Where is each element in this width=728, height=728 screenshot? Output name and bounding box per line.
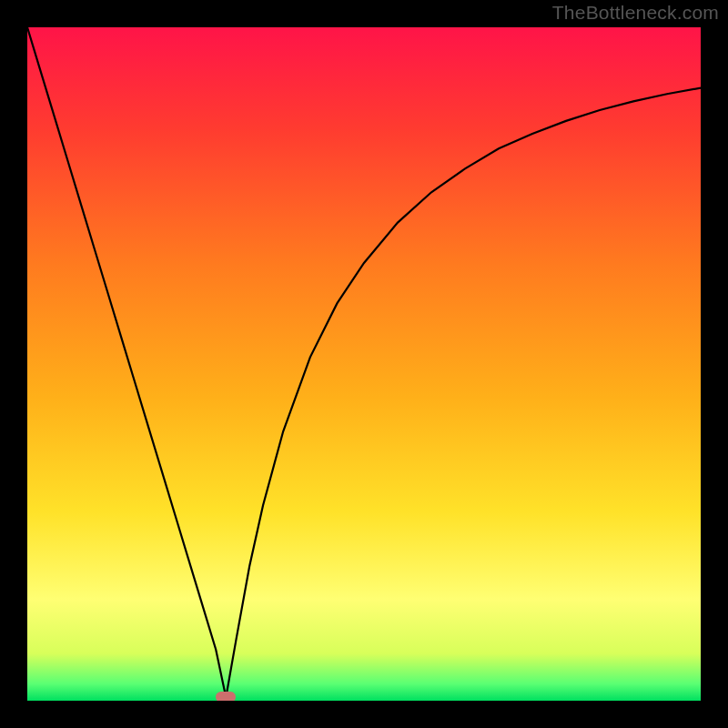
chart-svg xyxy=(27,27,701,701)
watermark-label: TheBottleneck.com xyxy=(552,2,719,24)
chart-frame: TheBottleneck.com xyxy=(0,0,728,728)
vertex-marker xyxy=(216,692,236,701)
plot-area xyxy=(27,27,701,701)
